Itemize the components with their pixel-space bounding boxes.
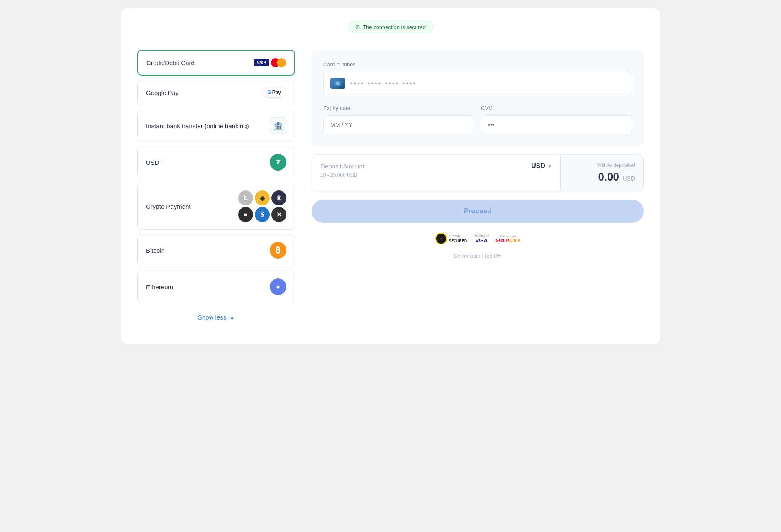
proceed-button[interactable]: Proceed [312,200,644,223]
deposit-header-row: Deposit Amount USD ▼ [320,162,552,170]
payment-method-bank-transfer[interactable]: Instant bank transfer (online banking) 🏦 [137,110,295,142]
right-panel: Card number •••• •••• •••• •••• Expiry d… [312,50,644,327]
show-less-label: Show less [198,314,226,321]
visa-verified-text: ViSA [475,237,488,244]
connection-text: The connection is secured [363,24,426,30]
bitcoin-icon: ₿ [270,242,286,259]
deposit-left: Deposit Amount USD ▼ 10 - 25,000 USD [312,155,560,191]
method-icons-bitcoin: ₿ [270,242,286,259]
cvv-input[interactable] [481,115,632,134]
ethereum-icon: ♦ [270,278,286,295]
verified-by-visa-badge: Verified by ViSA [473,234,489,244]
cvv-label: CVV [481,105,632,111]
payment-page: ⊕ The connection is secured Credit/Debit… [121,8,660,344]
deposit-currency-selector[interactable]: USD ▼ [531,162,552,170]
security-badges-row: ✓ Norton SECURED Verified by ViSA Master… [312,233,644,244]
method-icons-bank: 🏦 [270,117,286,134]
code-orange-text: Code [510,238,520,243]
deposit-amount-currency: USD [622,175,635,182]
cosmos-icon: ⚛ [271,190,286,205]
shield-icon: ⊕ [355,24,360,30]
mastercard-top: Mastercard [500,234,516,238]
method-label-bank: Instant bank transfer (online banking) [146,122,249,129]
card-number-label: Card number [323,61,632,68]
method-icons-google-pay: G Pay [262,88,286,98]
method-label-google-pay: Google Pay [146,89,178,96]
usdc-icon: $ [255,207,270,222]
card-number-field[interactable]: •••• •••• •••• •••• [323,72,632,95]
method-icons-ethereum: ♦ [270,278,286,295]
expiry-label: Expiry date [323,105,474,111]
payment-method-ethereum[interactable]: Ethereum ♦ [137,271,295,303]
method-icons-credit-debit: VISA [254,58,286,67]
chevron-down-icon: ▼ [548,164,552,168]
payment-method-google-pay[interactable]: Google Pay G Pay [137,80,295,105]
method-label-crypto: Crypto Payment [146,203,191,210]
secure-red-text: Secure [496,238,510,243]
deposit-right: Will be deposited 0.00 USD [560,155,643,191]
method-label-credit-debit: Credit/Debit Card [146,59,195,66]
norton-top-text: Norton [449,234,467,239]
cvv-group: CVV [481,105,632,134]
card-form-box: Card number •••• •••• •••• •••• Expiry d… [312,50,644,146]
verified-by-label: Verified by [473,234,489,237]
method-label-ethereum: Ethereum [146,283,173,290]
payment-method-bitcoin[interactable]: Bitcoin ₿ [137,234,295,266]
payment-methods-panel: Credit/Debit Card VISA Google Pay G Pay [137,50,295,327]
deposit-row: Deposit Amount USD ▼ 10 - 25,000 USD Wil… [312,154,644,191]
gpay-p: Pay [272,90,281,95]
gpay-badge: G Pay [262,88,286,98]
litecoin-icon: Ł [238,190,253,205]
show-less-button[interactable]: Show less ▲ [137,307,295,327]
card-chip-icon [330,78,345,89]
mastercard-brand: SecureCode [496,238,520,243]
deposit-range: 10 - 25,000 USD [320,172,552,178]
deposit-currency-text: USD [531,162,545,170]
crypto-grid-icons: Ł ◈ ⚛ ≡ $ ✕ [238,190,286,222]
payment-method-crypto[interactable]: Crypto Payment Ł ◈ ⚛ ≡ $ ✕ [137,183,295,230]
norton-text: Norton SECURED [449,234,467,243]
svg-rect-1 [336,82,339,85]
xrp-icon: ✕ [271,207,286,222]
bnb-icon: ◈ [255,190,270,205]
bank-icon: 🏦 [270,117,286,134]
main-layout: Credit/Debit Card VISA Google Pay G Pay [137,50,644,327]
gpay-g: G [267,90,271,95]
connection-badge: ⊕ The connection is secured [348,21,433,33]
mastercard-securecode-badge: Mastercard SecureCode [496,234,520,243]
payment-method-usdt[interactable]: USDT ₮ [137,146,295,178]
usdt-icon: ₮ [270,154,286,171]
deposit-amount-value: 0.00 [598,171,619,183]
eos-icon: ≡ [238,207,253,222]
norton-secured-badge: ✓ Norton SECURED [435,233,467,244]
expiry-group: Expiry date [323,105,474,134]
payment-method-credit-debit-card[interactable]: Credit/Debit Card VISA [137,50,295,76]
norton-bottom-text: SECURED [449,239,467,243]
deposit-amount-row: 0.00 USD [569,171,635,183]
norton-icon: ✓ [435,233,447,244]
visa-icon: VISA [254,59,269,66]
expiry-input[interactable] [323,115,474,134]
method-label-bitcoin: Bitcoin [146,247,165,254]
card-number-dots: •••• •••• •••• •••• [350,80,417,87]
deposit-label: Deposit Amount [320,163,364,170]
chevron-up-icon: ▲ [229,315,234,320]
commission-text: Commission fee 0% [312,253,644,259]
method-label-usdt: USDT [146,159,163,166]
will-be-deposited-label: Will be deposited [569,162,635,168]
mastercard-icon [271,58,286,67]
method-icons-usdt: ₮ [270,154,286,171]
expiry-cvv-row: Expiry date CVV [323,105,632,134]
